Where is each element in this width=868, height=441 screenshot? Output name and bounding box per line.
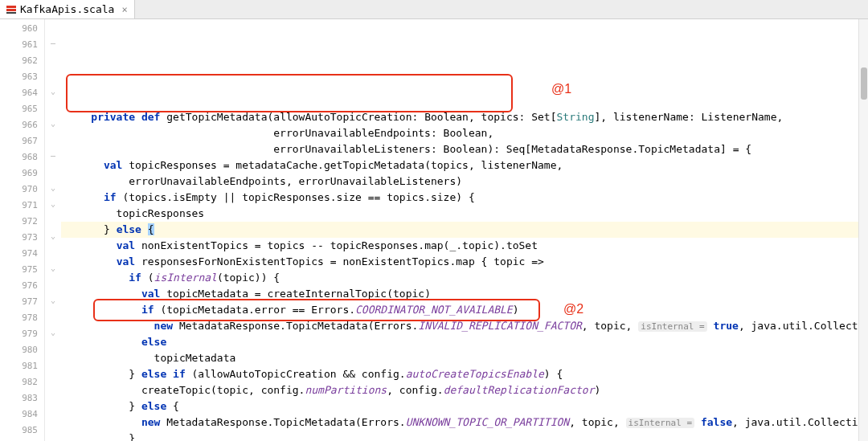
fold-marker[interactable]: ⌄: [45, 84, 61, 100]
fold-marker[interactable]: ⌄: [45, 196, 61, 212]
line-number: 967: [0, 133, 44, 149]
code-line[interactable]: errorUnavailableListeners: Boolean): Seq…: [61, 141, 858, 157]
fold-marker[interactable]: –: [45, 148, 61, 164]
svg-rect-0: [6, 6, 16, 8]
code-line[interactable]: new MetadataResponse.TopicMetadata(Error…: [61, 318, 858, 334]
fold-marker: [45, 308, 61, 325]
svg-rect-1: [6, 9, 16, 11]
fold-marker: [45, 164, 61, 180]
code-line[interactable]: val responsesForNonExistentTopics = nonE…: [61, 254, 858, 270]
line-number: 978: [0, 310, 44, 326]
line-number: 965: [0, 101, 44, 117]
line-number: 964: [0, 85, 44, 101]
fold-marker: [45, 373, 61, 389]
code-line[interactable]: }: [61, 431, 858, 441]
line-number: 984: [0, 406, 44, 423]
code-line[interactable]: topicResponses: [61, 206, 858, 222]
code-area[interactable]: @1 @2 private def getTopicMetadata(allow…: [61, 19, 858, 441]
line-number: 966: [0, 117, 44, 133]
fold-marker: [45, 276, 61, 292]
fold-marker[interactable]: ⌄: [45, 292, 61, 308]
line-number: 976: [0, 278, 44, 294]
line-number: 975: [0, 262, 44, 278]
line-number: 974: [0, 246, 44, 262]
line-number: 977: [0, 294, 44, 310]
fold-marker: [45, 421, 61, 437]
line-number: 971: [0, 198, 44, 214]
code-line[interactable]: val nonExistentTopics = topics -- topicR…: [61, 238, 858, 254]
line-number: 961: [0, 37, 44, 53]
code-line[interactable]: val topicMetadata = createInternalTopic(…: [61, 286, 858, 302]
line-number: 963: [0, 69, 44, 85]
close-icon[interactable]: ×: [121, 4, 127, 15]
fold-marker: [45, 341, 61, 357]
svg-rect-2: [6, 12, 16, 14]
code-line[interactable]: } else {: [61, 398, 858, 414]
code-line[interactable]: private def getTopicMetadata(allowAutoTo…: [61, 109, 858, 125]
line-number: 985: [0, 423, 44, 439]
line-number: 982: [0, 374, 44, 390]
fold-marker[interactable]: ⌄: [45, 180, 61, 196]
fold-marker: [45, 132, 61, 148]
fold-marker: [45, 357, 61, 373]
code-line[interactable]: } else {: [61, 222, 858, 238]
fold-marker: [45, 51, 61, 67]
line-number: 973: [0, 230, 44, 246]
code-line[interactable]: createTopic(topic, config.numPartitions,…: [61, 382, 858, 398]
code-line[interactable]: errorUnavailableEndpoints, errorUnavaila…: [61, 174, 858, 190]
line-number-gutter: 9609619629639649659669679689699709719729…: [0, 19, 45, 441]
fold-marker[interactable]: ⌄: [45, 325, 61, 341]
line-number: 983: [0, 390, 44, 406]
fold-marker[interactable]: ⌄: [45, 116, 61, 132]
fold-marker: [45, 389, 61, 405]
fold-marker: [45, 19, 61, 35]
line-number: 981: [0, 358, 44, 374]
code-line[interactable]: else: [61, 334, 858, 350]
editor-tabs: KafkaApis.scala ×: [0, 0, 868, 19]
code-line[interactable]: } else if (allowAutoTopicCreation && con…: [61, 366, 858, 382]
scala-file-icon: [6, 5, 16, 14]
fold-marker[interactable]: ⌄: [45, 260, 61, 276]
line-number: 969: [0, 165, 44, 182]
code-line[interactable]: if (isInternal(topic)) {: [61, 270, 858, 286]
fold-marker: [45, 100, 61, 116]
code-line[interactable]: errorUnavailableEndpoints: Boolean,: [61, 125, 858, 141]
line-number: 972: [0, 214, 44, 230]
code-line[interactable]: val topicResponses = metadataCache.getTo…: [61, 157, 858, 174]
fold-marker: [45, 67, 61, 84]
vertical-scrollbar[interactable]: [858, 19, 868, 441]
code-line[interactable]: [61, 93, 858, 109]
fold-marker: [45, 212, 61, 228]
fold-marker: [45, 244, 61, 260]
fold-marker[interactable]: ⌄: [45, 228, 61, 244]
scroll-thumb[interactable]: [861, 67, 867, 100]
line-number: 970: [0, 182, 44, 198]
line-number: 968: [0, 149, 44, 165]
fold-marker: [45, 405, 61, 421]
fold-marker[interactable]: –: [45, 35, 61, 51]
line-number: 960: [0, 21, 44, 37]
code-line[interactable]: if (topicMetadata.error == Errors.COORDI…: [61, 302, 858, 318]
editor: 9609619629639649659669679689699709719729…: [0, 19, 868, 441]
line-number: 980: [0, 342, 44, 358]
line-number: 962: [0, 53, 44, 69]
line-number: 979: [0, 326, 44, 342]
code-line[interactable]: topicMetadata: [61, 350, 858, 366]
code-line[interactable]: if (topics.isEmpty || topicResponses.siz…: [61, 190, 858, 206]
tab-filename: KafkaApis.scala: [20, 3, 114, 15]
code-line[interactable]: new MetadataResponse.TopicMetadata(Error…: [61, 414, 858, 431]
fold-marker-gutter: –⌄⌄–⌄⌄⌄⌄⌄⌄: [45, 19, 61, 441]
file-tab[interactable]: KafkaApis.scala ×: [0, 0, 135, 18]
